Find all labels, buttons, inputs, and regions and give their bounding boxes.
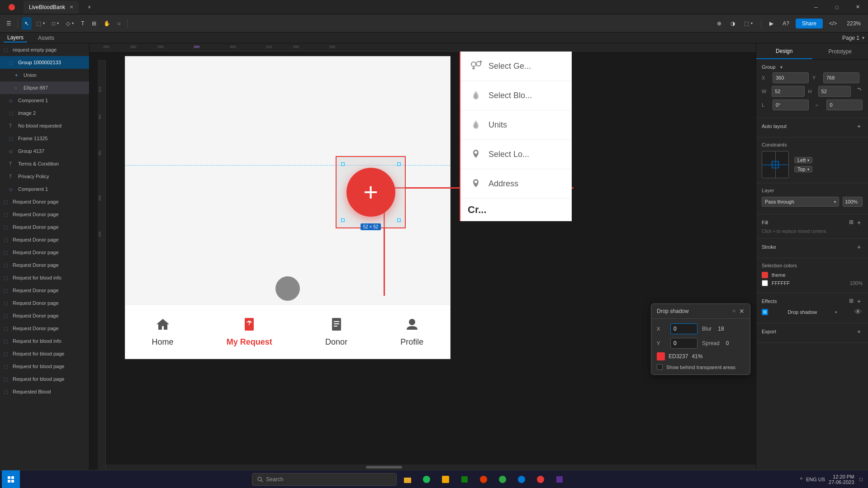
- close-btn[interactable]: ✕: [847, 0, 868, 14]
- layer-request-donor-4[interactable]: ⬚ Request Donor page: [0, 233, 89, 246]
- layer-ellipse-887[interactable]: ○ Ellipse 887: [0, 81, 89, 94]
- layer-component-1b[interactable]: ◇ Component 1: [0, 183, 89, 195]
- scroll-thumb[interactable]: [366, 466, 402, 469]
- popup-checkbox[interactable]: [657, 364, 663, 370]
- address-row[interactable]: Address: [460, 169, 572, 199]
- layer-request-blood-info-1[interactable]: ⬚ Request for blood info: [0, 271, 89, 284]
- h-field[interactable]: 52: [818, 86, 851, 97]
- layer-request-blood-page-1[interactable]: ⬚ Request for blood page: [0, 347, 89, 360]
- layer-request-blood-page-2[interactable]: ⬚ Request for blood page: [0, 360, 89, 373]
- select-tool[interactable]: ↖: [22, 17, 32, 30]
- rotation-field[interactable]: 0°: [773, 99, 809, 110]
- layer-group-1000002133[interactable]: ⬚ Group 1000002133: [0, 56, 89, 69]
- layer-terms-condition[interactable]: T Terms & Condition: [0, 157, 89, 170]
- taskbar-app-3[interactable]: [437, 471, 454, 488]
- nav-home[interactable]: Home: [152, 317, 174, 347]
- comment-tool[interactable]: ○: [115, 17, 123, 30]
- taskbar-file-explorer[interactable]: [399, 471, 416, 488]
- zoom-fit-btn[interactable]: ⬚ ▾: [741, 17, 755, 30]
- component-inspect-btn[interactable]: ⊕: [714, 17, 724, 30]
- layer-request-donor-9[interactable]: ⬚ Request Donor page: [0, 309, 89, 322]
- select-gender-row[interactable]: Select Ge...: [460, 52, 572, 81]
- shape-tool[interactable]: □ ▾: [49, 17, 62, 30]
- layer-request-donor-8[interactable]: ⬚ Request Donor page: [0, 297, 89, 309]
- popup-y-input[interactable]: 0: [670, 338, 697, 349]
- auto-layout-add-btn[interactable]: +: [855, 123, 863, 130]
- layer-image-2[interactable]: ⬚ image 2: [0, 107, 89, 119]
- layer-request-donor-3[interactable]: ⬚ Request Donor page: [0, 221, 89, 233]
- layer-frame-11325[interactable]: ⬚ Frame 11325: [0, 132, 89, 145]
- layer-request-donor-2[interactable]: ⬚ Request Donor page: [0, 208, 89, 221]
- layer-component-1[interactable]: ◇ Component 1: [0, 94, 89, 107]
- taskbar-app-9[interactable]: [551, 471, 568, 488]
- text-tool[interactable]: T: [78, 17, 87, 30]
- nav-donor[interactable]: Donor: [325, 317, 347, 347]
- spelling-btn[interactable]: A?: [780, 17, 792, 30]
- layer-request-blood-page-3[interactable]: ⬚ Request for blood page: [0, 373, 89, 385]
- popup-color-swatch[interactable]: [657, 352, 665, 360]
- select-blood-row[interactable]: Select Blo...: [460, 81, 572, 110]
- taskbar-app-6[interactable]: [494, 471, 511, 488]
- tab-design[interactable]: Design: [756, 43, 812, 59]
- effects-add-btn[interactable]: +: [855, 298, 863, 305]
- layer-union[interactable]: ✦ Union: [0, 69, 89, 81]
- tab-prototype[interactable]: Prototype: [812, 43, 868, 59]
- layer-request-donor-7[interactable]: ⬚ Request Donor page: [0, 284, 89, 297]
- fill-replace-icon[interactable]: ⊞: [849, 219, 854, 226]
- select-location-row[interactable]: Select Lo...: [460, 140, 572, 169]
- share-button[interactable]: Share: [796, 19, 823, 28]
- export-add-btn[interactable]: +: [855, 328, 863, 335]
- page-arrow[interactable]: ▾: [862, 35, 864, 40]
- component-tool[interactable]: ⊞: [89, 17, 99, 30]
- plus-circle-container[interactable]: + 52 × 52: [336, 156, 406, 228]
- h-scrollbar[interactable]: [106, 464, 756, 470]
- menu-btn[interactable]: ☰: [4, 17, 14, 30]
- drop-shadow-label[interactable]: Drop shadow: [787, 309, 817, 315]
- drop-shadow-visibility-btn[interactable]: 👁: [854, 308, 863, 317]
- tab-assets[interactable]: Assets: [34, 34, 58, 42]
- fill-add-btn[interactable]: +: [855, 219, 863, 226]
- popup-x-input[interactable]: 0: [670, 323, 697, 334]
- stroke-add-btn[interactable]: +: [855, 243, 863, 251]
- layer-group-4137[interactable]: ◇ Group 4137: [0, 145, 89, 157]
- nav-profile[interactable]: Profile: [400, 317, 423, 347]
- new-tab-btn[interactable]: +: [82, 1, 96, 14]
- popup-minimize-icon[interactable]: ○: [732, 308, 735, 315]
- blend-mode-field[interactable]: Pass through ▾: [762, 197, 839, 207]
- layer-privacy-policy[interactable]: T Privacy Policy: [0, 170, 89, 183]
- page-label[interactable]: Page 1: [842, 35, 859, 41]
- code-view-btn[interactable]: </>: [826, 17, 840, 30]
- popup-close-btn[interactable]: ✕: [739, 308, 745, 315]
- drop-shadow-arrow[interactable]: ▾: [835, 310, 837, 314]
- x-field[interactable]: 360: [773, 72, 809, 83]
- pen-tool[interactable]: ◇ ▾: [63, 17, 76, 30]
- frame-tool[interactable]: ⬚ ▾: [33, 17, 47, 30]
- app-tab[interactable]: LiveBloodBank ✕: [24, 1, 79, 14]
- effects-grid-icon[interactable]: ⊞: [849, 298, 854, 305]
- constraint-v-field[interactable]: Top ▾: [794, 166, 812, 172]
- opacity-field[interactable]: 100%: [843, 197, 863, 207]
- taskbar-chevron[interactable]: ^: [800, 477, 802, 482]
- nav-my-request[interactable]: ? My Request: [227, 317, 272, 347]
- corner-field[interactable]: 0: [826, 99, 863, 110]
- start-button[interactable]: [2, 470, 20, 488]
- present-btn[interactable]: ▶: [767, 17, 776, 30]
- plus-button[interactable]: +: [346, 168, 395, 217]
- taskbar-app-5[interactable]: [475, 471, 492, 488]
- minimize-btn[interactable]: ─: [806, 0, 826, 14]
- taskbar-app-7[interactable]: [513, 471, 530, 488]
- layer-request-empty-page[interactable]: ⬚ request empty page: [0, 43, 89, 56]
- layer-no-blood-requested[interactable]: T No blood requested: [0, 119, 89, 132]
- constraint-h-field[interactable]: Left ▾: [794, 157, 812, 163]
- layer-request-donor-6[interactable]: ⬚ Request Donor page: [0, 259, 89, 271]
- taskbar-show-desktop-btn[interactable]: □: [858, 477, 863, 482]
- layer-request-donor-1[interactable]: ⬚ Request Donor page: [0, 195, 89, 208]
- taskbar-app-2[interactable]: [418, 471, 435, 488]
- tab-close-icon[interactable]: ✕: [70, 5, 73, 9]
- layer-requested-blood[interactable]: ⬚ Requested Blood: [0, 385, 89, 398]
- taskbar-search[interactable]: Search: [252, 473, 397, 486]
- taskbar-app-4[interactable]: [456, 471, 473, 488]
- tab-layers[interactable]: Layers: [4, 33, 27, 43]
- maximize-btn[interactable]: □: [826, 0, 847, 14]
- units-row[interactable]: Units: [460, 110, 572, 140]
